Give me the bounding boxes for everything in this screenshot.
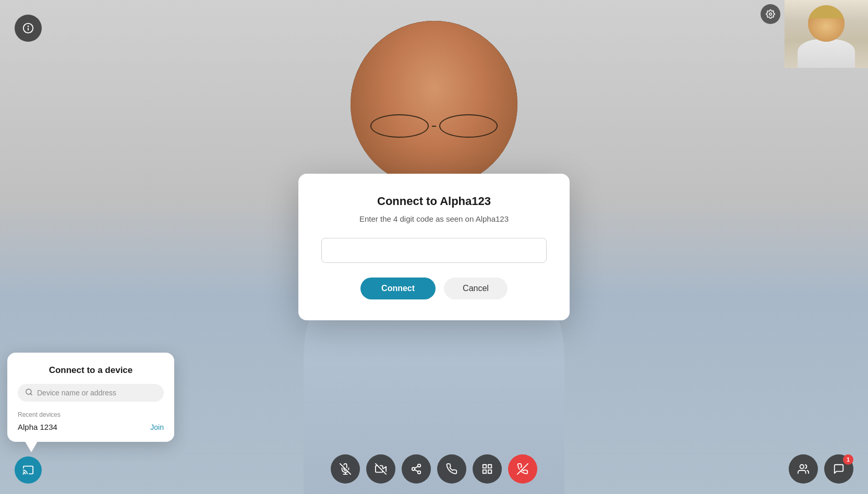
connect-button[interactable]: Connect: [360, 278, 436, 299]
chat-button[interactable]: 1: [824, 454, 853, 484]
cancel-button[interactable]: Cancel: [444, 278, 508, 299]
pin-code-input[interactable]: [321, 238, 547, 263]
video-button[interactable]: [366, 454, 395, 484]
chat-badge: 1: [843, 454, 853, 465]
svg-point-21: [800, 465, 804, 468]
modal-actions: Connect Cancel: [321, 278, 547, 299]
bottom-toolbar: [331, 454, 537, 484]
share-button[interactable]: [402, 454, 431, 484]
svg-rect-19: [483, 470, 486, 473]
svg-rect-17: [488, 465, 491, 468]
grid-button[interactable]: [473, 454, 502, 484]
svg-rect-16: [483, 465, 486, 468]
phone-button[interactable]: [437, 454, 466, 484]
svg-line-14: [415, 469, 418, 472]
svg-line-15: [415, 466, 418, 468]
bottom-right-controls: 1: [789, 454, 853, 484]
modal-subtitle: Enter the 4 digit code as seen on Alpha1…: [321, 214, 547, 223]
modal-overlay: Connect to Alpha123 Enter the 4 digit co…: [0, 0, 868, 494]
mute-button[interactable]: [331, 454, 360, 484]
svg-rect-18: [488, 470, 491, 473]
modal-title: Connect to Alpha123: [321, 195, 547, 208]
end-call-button[interactable]: [508, 454, 537, 484]
connect-modal: Connect to Alpha123 Enter the 4 digit co…: [298, 174, 570, 320]
participants-button[interactable]: [789, 454, 818, 484]
